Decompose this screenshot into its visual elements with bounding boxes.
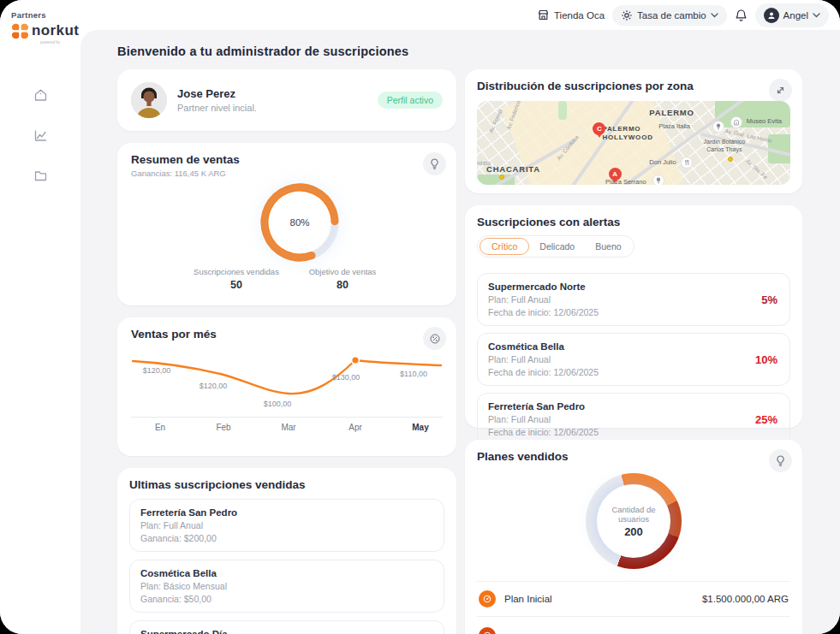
point-label: $120,00 [200, 382, 228, 390]
sidebar-nav [0, 82, 80, 188]
tab-delicado[interactable]: Delicado [529, 238, 585, 255]
gear-icon [621, 9, 633, 21]
alert-item[interactable]: Supermercado Norte Plan: Full Anual Fech… [477, 273, 790, 326]
list-item[interactable]: Ferretería San Pedro Plan: Full Anual Ga… [129, 499, 444, 552]
alert-start: Fecha de inicio: 12/06/2025 [488, 427, 599, 437]
donut-center-label: Cantidad de usuarios [597, 505, 670, 524]
status-badge: Perfil activo [378, 92, 443, 109]
alert-start: Fecha de inicio: 12/06/2025 [488, 307, 599, 317]
plan-icon [479, 590, 496, 607]
stat-sold-value: 50 [194, 279, 279, 291]
month-tick: May [412, 423, 428, 432]
alert-plan: Plan: Full Anual [488, 354, 599, 364]
alert-info: Supermercado Norte Plan: Full Anual Fech… [488, 281, 599, 317]
storefront-icon [537, 9, 550, 21]
alert-name: Cosmética Bella [488, 341, 599, 352]
alert-item[interactable]: Cosmética Bella Plan: Full Anual Fecha d… [477, 333, 790, 386]
map-title: Distribución de suscripciones por zona [477, 80, 790, 92]
exchange-rate-button[interactable]: Tasa de cambio [612, 5, 727, 26]
percent-toggle-button[interactable] [423, 327, 446, 350]
stat-sold-label: Suscripciones vendidas [194, 267, 279, 276]
tab-critico[interactable]: Crítico [480, 238, 529, 255]
tree-icon[interactable] [652, 175, 664, 185]
alert-percent: 10% [755, 353, 777, 366]
alert-item[interactable]: Ferretería San Pedro Plan: Full Anual Fe… [477, 393, 790, 446]
stat-target-label: Objetivo de ventas [309, 267, 377, 276]
latest-sales-card: Ultimas suscripciones vendidas Ferreterí… [117, 468, 456, 634]
point-label: $120,00 [143, 366, 171, 375]
brand-logo[interactable]: Partners norkut powered by [0, 0, 80, 44]
profile-menu-label: Angel [783, 10, 808, 21]
insight-button[interactable] [423, 152, 446, 175]
plan-row-partial[interactable] [477, 617, 790, 634]
monthly-sales-title: Ventas por més [131, 328, 443, 341]
highlighted-point[interactable] [352, 357, 360, 364]
map-view[interactable]: PALERMO PALERMO HOLLYWOOD CHACARITA Plaz… [477, 101, 790, 185]
folder-icon [33, 169, 48, 183]
notifications-button[interactable] [735, 9, 748, 22]
left-column: Jose Perez Partner nivel incial. Perfil … [117, 69, 456, 634]
donut-center-value: 200 [624, 525, 643, 538]
alert-percent: 5% [761, 293, 777, 306]
plan-value: $1.500.000,00 ARG [702, 594, 789, 604]
sidebar-item-stats[interactable] [27, 122, 53, 148]
map-card: Distribución de suscripciones por zona [465, 69, 802, 193]
museum-icon[interactable] [730, 116, 742, 128]
line-chart-icon [33, 128, 48, 143]
gauge-percent-label: 80% [259, 181, 341, 264]
alert-start: Fecha de inicio: 12/06/2025 [488, 367, 599, 377]
alert-info: Cosmética Bella Plan: Full Anual Fecha d… [488, 341, 599, 377]
bulb-icon [430, 158, 439, 169]
map-street-label: Av. Sta. Fe [745, 158, 769, 181]
sidebar-item-home[interactable] [27, 82, 53, 108]
month-tick: Feb [216, 423, 230, 432]
sale-name: Cosmética Bella [140, 568, 433, 578]
alerts-title: Suscripciones con alertas [477, 216, 790, 228]
tree-icon[interactable] [712, 121, 724, 133]
map-poi-label: Don Julio [649, 158, 676, 166]
list-item[interactable]: Cosmética Bella Plan: Básico Mensual Gan… [129, 560, 444, 613]
alert-info: Ferretería San Pedro Plan: Full Anual Fe… [488, 401, 599, 437]
store-label: Tienda Oca [554, 10, 605, 21]
sales-gauge: 80% [259, 181, 341, 264]
home-icon [33, 88, 48, 103]
alerts-card: Suscripciones con alertas Crítico Delica… [465, 205, 802, 428]
plan-name: Plan Inicial [504, 594, 552, 604]
profile-info: Jose Perez Partner nivel incial. [177, 87, 257, 113]
sales-summary-subtitle: Ganancias: 116,45 K ARG [131, 169, 443, 178]
point-label: $130,00 [332, 373, 360, 382]
alert-plan: Plan: Full Anual [488, 414, 599, 424]
plan-row[interactable]: Plan Inicial $1.500.000,00 ARG [477, 582, 790, 616]
map-poi-label: Jardín Botánico Carlos Thays [700, 138, 749, 153]
list-item[interactable]: Supermercado Día [129, 620, 444, 634]
brand-name: norkut [32, 22, 79, 39]
map-area-label: CHACARITA [486, 164, 540, 174]
right-column: Distribución de suscripciones por zona [465, 69, 802, 634]
map-area-label: PALERMO HOLLYWOOD [602, 125, 657, 141]
store-button[interactable]: Tienda Oca [537, 9, 605, 21]
profile-menu-button[interactable]: Angel [755, 3, 829, 27]
line-chart: $120,00 $120,00 $100,00 $130,00 $110,00 [131, 353, 443, 418]
plans-donut-chart: Cantidad de usuarios 200 [586, 473, 682, 569]
map-poi-label: Plaza Italia [658, 122, 690, 130]
topbar: Tienda Oca Tasa de cambio [80, 0, 840, 30]
map-area-label: PALERMO [649, 108, 694, 117]
app-window: Partners norkut powered by [0, 0, 840, 634]
monthly-sales-card: Ventas por més [117, 317, 456, 456]
profile-card: Jose Perez Partner nivel incial. Perfil … [117, 69, 456, 131]
alert-name: Supermercado Norte [488, 281, 599, 292]
insight-button[interactable] [769, 449, 792, 472]
chevron-down-icon [711, 13, 718, 18]
sidebar-item-folder[interactable] [27, 163, 53, 188]
page-title: Bienvenido a tu administrador de suscrip… [117, 44, 802, 58]
bell-icon [735, 9, 748, 22]
expand-button[interactable] [769, 79, 792, 102]
station-dot [728, 157, 733, 162]
brand-partners-label: Partners [11, 10, 80, 20]
profile-name: Jose Perez [177, 87, 257, 100]
restaurant-icon[interactable] [681, 157, 693, 169]
map-park [558, 101, 567, 120]
alert-percent: 25% [755, 413, 777, 426]
tab-bueno[interactable]: Bueno [585, 238, 631, 255]
expand-icon [776, 86, 785, 95]
